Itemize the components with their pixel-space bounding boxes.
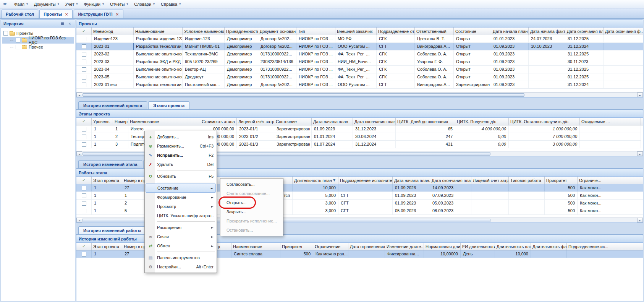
cell[interactable]: 230823/0514/136 xyxy=(258,58,296,65)
cell[interactable] xyxy=(567,250,643,258)
column-header[interactable]: Принадлежность xyxy=(225,28,258,35)
horizontal-scrollbar[interactable]: ◄ ► xyxy=(76,92,643,97)
window-tab-0[interactable]: Рабочий стол xyxy=(2,10,38,18)
column-header[interactable]: Нормативная длит xyxy=(424,243,461,250)
cell[interactable]: 2 xyxy=(113,133,128,140)
cell[interactable]: 2023-01 xyxy=(92,43,134,50)
cell[interactable]: 2023-01/2 xyxy=(237,133,274,140)
cell[interactable]: ООО Русатом ... xyxy=(335,81,377,88)
table-row[interactable]: 2023-01Разработка технологии и...Магнит … xyxy=(76,43,643,50)
column-header[interactable]: Ожидаемые ... xyxy=(580,118,641,125)
cell[interactable]: Зарегистрирован xyxy=(274,125,312,133)
cell[interactable]: 31.12.2025 xyxy=(565,50,604,58)
cell[interactable]: 01.07.2024 xyxy=(312,141,353,148)
cell[interactable]: 500 xyxy=(545,207,578,214)
menu-item-10[interactable]: ∞Связи► xyxy=(146,232,216,241)
cell[interactable]: Как можн... xyxy=(578,207,643,214)
cell[interactable]: 31.12.2023 xyxy=(353,125,396,133)
cell[interactable]: День xyxy=(461,250,495,258)
cell[interactable]: СГТ xyxy=(338,200,393,207)
cell[interactable]: 10,000 xyxy=(293,184,338,192)
column-header[interactable]: Документ-основан... xyxy=(258,28,296,35)
cell[interactable]: Демопример xyxy=(225,35,258,42)
menubar-item-2[interactable]: Учёт▾ xyxy=(62,1,81,7)
cell[interactable]: 500 xyxy=(545,184,578,192)
menu-item-3[interactable]: Закрыть... xyxy=(221,207,282,216)
cell[interactable]: Вектор-АЦ xyxy=(183,66,225,73)
cell[interactable] xyxy=(604,50,643,58)
menu-item-0[interactable]: +Добавить...Ins xyxy=(146,132,216,141)
cell[interactable]: Соболева О. А. xyxy=(415,73,454,81)
cell[interactable]: 01.12.2025 xyxy=(565,73,604,81)
cell[interactable]: НИОКР по ГОЗ ... xyxy=(296,35,335,42)
checkbox[interactable] xyxy=(16,45,20,49)
menubar-item-5[interactable]: Словари▾ xyxy=(131,1,158,7)
cell[interactable] xyxy=(529,50,565,58)
menu-item-2[interactable]: ✎Исправить...F2 xyxy=(146,151,216,160)
column-header[interactable]: Приоритет xyxy=(280,243,313,250)
cell[interactable] xyxy=(471,200,509,207)
cell[interactable]: СГК xyxy=(377,50,415,58)
column-header[interactable]: ЦИТК. Осталось получить д/с xyxy=(509,118,580,125)
scroll-right-button[interactable]: ► xyxy=(637,218,643,222)
cell[interactable]: Синтез сплава xyxy=(231,250,280,258)
table-row[interactable]: 2023-01тестРазработка технологии и...Пос… xyxy=(76,81,643,89)
cell[interactable]: 01.09.2023 xyxy=(491,73,529,81)
row-select-cell[interactable] xyxy=(76,58,92,65)
cell[interactable]: Открыт xyxy=(454,73,491,81)
cell[interactable]: Открыт xyxy=(454,43,491,50)
cell[interactable]: Как можн... xyxy=(578,192,643,199)
row-select-cell[interactable] xyxy=(76,133,92,140)
column-header[interactable]: Ограничение xyxy=(313,243,348,250)
cell[interactable]: 01.09.2023 xyxy=(491,50,529,58)
cell[interactable]: 24.07.2023 xyxy=(529,35,565,42)
cell[interactable]: 017310000922... xyxy=(258,66,296,73)
cell[interactable]: Разработка ЭКД и РКД н... xyxy=(134,58,183,65)
column-header[interactable]: Этап проекта xyxy=(92,243,122,250)
cell[interactable]: 31.12.2024 xyxy=(353,141,396,148)
cell[interactable]: 10,00000 xyxy=(424,250,461,258)
cell[interactable]: СГК xyxy=(377,66,415,73)
checkbox[interactable] xyxy=(82,60,86,64)
menu-item-12[interactable]: ▤Панель инструментов xyxy=(146,253,216,262)
cell[interactable]: 10.10.2023 xyxy=(529,43,565,50)
cell[interactable]: 01.01.2024 xyxy=(312,133,353,140)
checkbox[interactable] xyxy=(82,209,86,213)
cell[interactable] xyxy=(509,192,545,199)
cell[interactable]: 017310000922... xyxy=(258,50,296,58)
tab-0[interactable]: История изменений проекта xyxy=(78,101,147,109)
column-header[interactable]: Номер xyxy=(113,118,128,125)
scroll-right-button[interactable]: ► xyxy=(637,151,643,156)
cell[interactable]: Как можн... xyxy=(578,200,643,207)
checkbox[interactable] xyxy=(82,135,86,139)
cell[interactable]: 10,000 xyxy=(495,250,531,258)
cell[interactable]: Договор №202... xyxy=(258,43,296,50)
cell[interactable]: 431 xyxy=(396,141,455,148)
cell[interactable] xyxy=(509,184,545,192)
column-header[interactable]: Наименование xyxy=(231,243,280,250)
cell[interactable] xyxy=(580,133,641,140)
menu-item-0[interactable]: Согласовать... xyxy=(221,180,282,189)
menu-item-8[interactable]: ЦИТК. Указать шифр затрат... xyxy=(146,211,216,220)
cell[interactable]: 500 xyxy=(545,200,578,207)
cell[interactable]: 905-U020-23/269 xyxy=(183,58,225,65)
cell[interactable]: 14.09.2023 xyxy=(430,184,471,192)
cell[interactable]: 2023-04 xyxy=(92,66,134,73)
cell[interactable]: 31.12.2025 xyxy=(565,35,604,42)
cell[interactable]: 01.09.2023 xyxy=(491,66,529,73)
cell[interactable]: Постоянный маг... xyxy=(183,81,225,88)
cell[interactable] xyxy=(529,58,565,65)
menubar-item-4[interactable]: Отчёты▾ xyxy=(107,1,131,7)
cell[interactable] xyxy=(509,200,545,207)
cell[interactable]: СГТ xyxy=(377,43,415,50)
cell[interactable]: 2023-02 xyxy=(92,50,134,58)
table-row[interactable]: 2023-02Выполнение опытно-конс...Технолог… xyxy=(76,50,643,58)
cell[interactable]: Виноградова А... xyxy=(415,81,454,88)
column-header[interactable]: Лицевой счёт затрат. xyxy=(237,118,274,125)
cell[interactable]: 1 xyxy=(92,192,122,199)
select-all-header[interactable]: ✓ xyxy=(76,118,92,125)
cell[interactable]: 30.11.2023 xyxy=(565,58,604,65)
row-select-cell[interactable] xyxy=(76,66,92,73)
row-select-cell[interactable] xyxy=(76,200,92,207)
table-row[interactable]: 2023-04Выполнение опытно-конс...Вектор-А… xyxy=(76,66,643,73)
